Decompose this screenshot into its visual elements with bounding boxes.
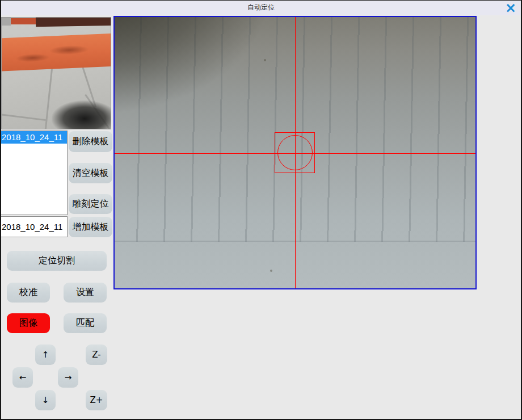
camera-speck [270, 270, 272, 272]
template-list: 2018_10_24_11 [1, 131, 68, 215]
camera-view[interactable] [113, 16, 477, 289]
jog-z-minus-button[interactable]: Z- [86, 345, 107, 365]
jog-right-button[interactable]: → [58, 367, 78, 388]
template-thumbnail [1, 17, 111, 129]
thumbnail-board-smudge [49, 45, 90, 56]
jog-up-button[interactable]: ↑ [35, 345, 56, 365]
close-button[interactable]: × [503, 0, 519, 15]
crosshair-vertical-line [295, 17, 296, 288]
template-name-input[interactable] [1, 216, 68, 237]
add-template-button[interactable]: 增加模板 [69, 217, 112, 237]
camera-speck [264, 59, 266, 61]
camera-vignette [115, 17, 475, 288]
match-button[interactable]: 匹配 [64, 313, 107, 333]
position-cut-button[interactable]: 定位切割 [7, 251, 107, 271]
thumbnail-top-red-bar [11, 18, 38, 24]
close-icon: × [505, 1, 516, 15]
jog-z-plus-button[interactable]: Z+ [86, 390, 107, 410]
thumbnail-board-smudge [15, 53, 50, 63]
clear-templates-button[interactable]: 清空模板 [69, 163, 112, 183]
crosshair-horizontal-line [115, 153, 475, 154]
camera-ceiling-lines [115, 17, 475, 242]
window-title: 自动定位 [247, 3, 275, 12]
thumbnail-orange-board [1, 33, 111, 71]
camera-ceiling-seam [115, 241, 475, 242]
target-rectangle [275, 132, 315, 173]
template-list-item[interactable]: 2018_10_24_11 [1, 131, 67, 144]
target-circle [277, 135, 313, 170]
auto-position-dialog: 自动定位 × 2018_10_24_11 删除模板 清空模板 雕刻定位 增加模板… [0, 0, 522, 420]
jog-left-button[interactable]: ← [12, 367, 33, 388]
thumbnail-dark-object [52, 100, 111, 129]
thumbnail-top-gray-patch [2, 18, 11, 26]
engrave-position-button[interactable]: 雕刻定位 [69, 194, 112, 214]
image-button[interactable]: 图像 [7, 313, 50, 333]
jog-down-button[interactable]: ↓ [35, 390, 56, 410]
calibrate-button[interactable]: 校准 [7, 283, 50, 303]
settings-button[interactable]: 设置 [64, 283, 107, 303]
thumbnail-top-brown-strip [36, 17, 111, 27]
delete-template-button[interactable]: 删除模板 [69, 131, 112, 152]
title-bar[interactable]: 自动定位 × [0, 0, 522, 15]
